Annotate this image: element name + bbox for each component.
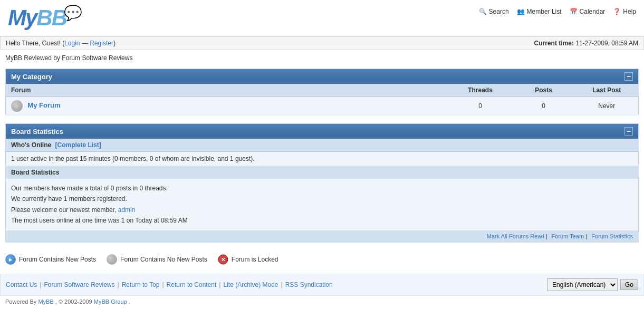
- newest-member-link[interactable]: admin: [118, 206, 136, 214]
- board-stats-section: Board Statistics − Who's Online [Complet…: [5, 123, 639, 243]
- online-users-row: 1 user active in the past 15 minutes (0 …: [6, 152, 639, 166]
- board-stats-content-row: Our members have made a total of 0 posts…: [6, 179, 639, 230]
- forum-name-cell: ○ My Forum: [6, 97, 449, 115]
- mark-all-read-link[interactable]: Mark All Forums Read: [487, 233, 544, 239]
- complete-list-link[interactable]: [Complete List]: [55, 141, 101, 149]
- forum-software-reviews-link[interactable]: Forum Software Reviews: [44, 281, 114, 288]
- rss-syndication-link[interactable]: RSS Syndication: [285, 281, 333, 288]
- header: MyBB 💬 🔍 Search 👥 Member List 📅 Calendar…: [0, 0, 644, 36]
- guest-bar: Hello There, Guest! (Login — Register) C…: [0, 36, 644, 50]
- member-list-nav-item[interactable]: 👥 Member List: [517, 8, 562, 15]
- col-header-forum: Forum: [6, 84, 449, 97]
- forum-last-post: Never: [575, 97, 639, 115]
- nav-links: 🔍 Search 👥 Member List 📅 Calendar ❓ Help: [479, 5, 636, 15]
- forum-posts: 0: [512, 97, 575, 115]
- forum-row: ○ My Forum 0 0 Never: [6, 97, 639, 115]
- lite-archive-link[interactable]: Lite (Archive) Mode: [223, 281, 278, 288]
- board-stats-content: Our members have made a total of 0 posts…: [6, 179, 639, 230]
- category-header: My Category −: [6, 69, 638, 84]
- board-stats-sub-header: Board Statistics: [6, 166, 639, 179]
- category-table: My Category − Forum Threads Posts Last P…: [5, 69, 639, 115]
- breadcrumb: MyBB Reviewed by Forum Software Reviews: [0, 50, 644, 66]
- online-users-text: 1 user active in the past 15 minutes (0 …: [6, 152, 639, 166]
- legend-new-posts: Forum Contains New Posts: [5, 254, 96, 265]
- return-to-content-link[interactable]: Return to Content: [167, 281, 217, 288]
- category-collapse-button[interactable]: −: [624, 72, 633, 81]
- legend-locked: ✕ Forum is Locked: [218, 254, 278, 265]
- stats-header: Board Statistics −: [6, 124, 638, 139]
- forum-icon: ○: [11, 100, 23, 112]
- whos-online-label: Who's Online: [11, 141, 51, 149]
- no-posts-icon: [107, 254, 117, 265]
- calendar-label: Calendar: [580, 8, 605, 15]
- current-time: Current time: 11-27-2009, 08:59 AM: [534, 40, 638, 47]
- locked-icon: ✕: [218, 254, 228, 265]
- column-headers-row: Forum Threads Posts Last Post: [6, 84, 639, 97]
- stats-title: Board Statistics: [11, 128, 63, 136]
- stats-footer: Mark All Forums Read | Forum Team | Foru…: [6, 230, 639, 243]
- search-icon: 🔍: [479, 8, 487, 15]
- register-link[interactable]: Register: [90, 40, 113, 47]
- language-go-button[interactable]: Go: [620, 279, 638, 290]
- legend: Forum Contains New Posts Forum Contains …: [0, 248, 644, 271]
- new-posts-label: Forum Contains New Posts: [19, 256, 96, 263]
- greeting-text: Hello There, Guest! (Login — Register): [6, 40, 116, 47]
- mybb-group-link[interactable]: MyBB Group: [94, 298, 127, 305]
- category-section: My Category − Forum Threads Posts Last P…: [5, 69, 639, 115]
- logo-bubble-icon: 💬: [64, 4, 82, 22]
- calendar-nav-item[interactable]: 📅 Calendar: [570, 8, 605, 15]
- footer: Contact Us | Forum Software Reviews | Re…: [0, 274, 644, 296]
- stats-footer-row: Mark All Forums Read | Forum Team | Foru…: [6, 230, 639, 243]
- locked-label: Forum is Locked: [232, 256, 278, 263]
- category-title: My Category: [11, 73, 52, 81]
- stats-collapse-button[interactable]: −: [624, 127, 633, 136]
- legend-no-posts: Forum Contains No New Posts: [107, 254, 207, 265]
- col-header-threads: Threads: [449, 84, 512, 97]
- mybb-link[interactable]: MyBB: [38, 298, 53, 305]
- search-label: Search: [489, 8, 509, 15]
- forum-statistics-link[interactable]: Forum Statistics: [591, 233, 633, 239]
- new-posts-icon: [5, 254, 16, 265]
- contact-us-link[interactable]: Contact Us: [6, 281, 37, 288]
- whos-online-header-row: Who's Online [Complete List]: [6, 139, 639, 152]
- language-selector: English (American) Go: [547, 278, 638, 291]
- help-icon: ❓: [613, 8, 621, 15]
- search-nav-item[interactable]: 🔍 Search: [479, 8, 509, 15]
- forum-threads: 0: [449, 97, 512, 115]
- logo: MyBB 💬: [8, 5, 66, 31]
- board-stats-sub-header-row: Board Statistics: [6, 166, 639, 179]
- login-link[interactable]: Login: [64, 40, 80, 47]
- language-dropdown[interactable]: English (American): [547, 278, 618, 291]
- logo-text: MyBB: [8, 5, 66, 30]
- col-header-posts: Posts: [512, 84, 575, 97]
- member-list-label: Member List: [527, 8, 562, 15]
- return-to-top-link[interactable]: Return to Top: [122, 281, 160, 288]
- forum-team-link[interactable]: Forum Team: [552, 233, 584, 239]
- help-label: Help: [623, 8, 636, 15]
- help-nav-item[interactable]: ❓ Help: [613, 8, 636, 15]
- footer-links: Contact Us | Forum Software Reviews | Re…: [6, 281, 333, 288]
- powered-by: Powered By MyBB , © 2002-2009 MyBB Group…: [0, 296, 644, 307]
- svg-text:✕: ✕: [221, 257, 225, 263]
- whos-online-header: Who's Online [Complete List]: [6, 139, 639, 152]
- board-stats-table: Board Statistics − Who's Online [Complet…: [5, 123, 639, 243]
- member-list-icon: 👥: [517, 8, 525, 15]
- calendar-icon: 📅: [570, 8, 578, 15]
- no-posts-label: Forum Contains No New Posts: [120, 256, 207, 263]
- forum-link[interactable]: My Forum: [27, 101, 60, 109]
- col-header-lastpost: Last Post: [575, 84, 639, 97]
